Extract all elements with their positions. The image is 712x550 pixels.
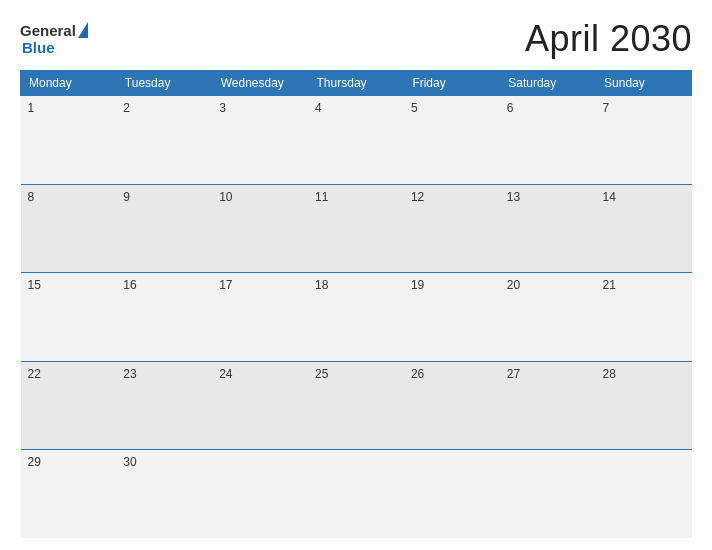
day-number: 18 xyxy=(315,278,328,292)
day-cell: 15 xyxy=(21,273,117,362)
day-number: 16 xyxy=(123,278,136,292)
day-cell: 23 xyxy=(116,361,212,450)
day-number: 6 xyxy=(507,101,514,115)
day-cell: 7 xyxy=(596,96,692,185)
header: General Blue April 2030 xyxy=(20,18,692,60)
day-cell: 8 xyxy=(21,184,117,273)
logo: General Blue xyxy=(20,22,88,56)
day-cell: 26 xyxy=(404,361,500,450)
day-number: 5 xyxy=(411,101,418,115)
day-number: 7 xyxy=(603,101,610,115)
day-cell: 30 xyxy=(116,450,212,539)
day-cell: 29 xyxy=(21,450,117,539)
day-number: 27 xyxy=(507,367,520,381)
day-cell: 4 xyxy=(308,96,404,185)
day-number: 26 xyxy=(411,367,424,381)
calendar-table: Monday Tuesday Wednesday Thursday Friday… xyxy=(20,70,692,538)
calendar-title: April 2030 xyxy=(525,18,692,60)
day-cell xyxy=(404,450,500,539)
day-cell: 20 xyxy=(500,273,596,362)
day-cell: 5 xyxy=(404,96,500,185)
day-cell: 28 xyxy=(596,361,692,450)
day-cell: 6 xyxy=(500,96,596,185)
header-monday: Monday xyxy=(21,71,117,96)
day-cell: 16 xyxy=(116,273,212,362)
day-cell: 25 xyxy=(308,361,404,450)
day-cell: 27 xyxy=(500,361,596,450)
logo-general-text: General xyxy=(20,22,76,39)
day-number: 20 xyxy=(507,278,520,292)
day-number: 17 xyxy=(219,278,232,292)
week-row-3: 15161718192021 xyxy=(21,273,692,362)
day-number: 9 xyxy=(123,190,130,204)
day-number: 29 xyxy=(28,455,41,469)
day-number: 30 xyxy=(123,455,136,469)
day-number: 19 xyxy=(411,278,424,292)
header-saturday: Saturday xyxy=(500,71,596,96)
day-cell: 19 xyxy=(404,273,500,362)
week-row-4: 22232425262728 xyxy=(21,361,692,450)
day-number: 14 xyxy=(603,190,616,204)
day-cell: 3 xyxy=(212,96,308,185)
day-number: 8 xyxy=(28,190,35,204)
day-cell: 11 xyxy=(308,184,404,273)
day-cell: 17 xyxy=(212,273,308,362)
day-cell: 1 xyxy=(21,96,117,185)
day-cell xyxy=(212,450,308,539)
day-number: 24 xyxy=(219,367,232,381)
day-cell: 13 xyxy=(500,184,596,273)
day-number: 21 xyxy=(603,278,616,292)
header-wednesday: Wednesday xyxy=(212,71,308,96)
day-cell xyxy=(308,450,404,539)
day-cell xyxy=(596,450,692,539)
logo-blue-text: Blue xyxy=(22,39,55,56)
header-friday: Friday xyxy=(404,71,500,96)
day-cell: 21 xyxy=(596,273,692,362)
day-cell: 12 xyxy=(404,184,500,273)
week-row-1: 1234567 xyxy=(21,96,692,185)
day-cell xyxy=(500,450,596,539)
logo-triangle-icon xyxy=(78,22,88,38)
header-thursday: Thursday xyxy=(308,71,404,96)
header-sunday: Sunday xyxy=(596,71,692,96)
day-number: 3 xyxy=(219,101,226,115)
day-number: 11 xyxy=(315,190,328,204)
calendar-page: General Blue April 2030 Monday Tuesday W… xyxy=(0,0,712,550)
day-cell: 18 xyxy=(308,273,404,362)
day-cell: 22 xyxy=(21,361,117,450)
day-cell: 14 xyxy=(596,184,692,273)
week-row-5: 2930 xyxy=(21,450,692,539)
day-cell: 2 xyxy=(116,96,212,185)
day-cell: 24 xyxy=(212,361,308,450)
day-number: 1 xyxy=(28,101,35,115)
days-header-row: Monday Tuesday Wednesday Thursday Friday… xyxy=(21,71,692,96)
week-row-2: 891011121314 xyxy=(21,184,692,273)
day-number: 23 xyxy=(123,367,136,381)
day-number: 15 xyxy=(28,278,41,292)
day-number: 22 xyxy=(28,367,41,381)
day-cell: 10 xyxy=(212,184,308,273)
day-number: 12 xyxy=(411,190,424,204)
header-tuesday: Tuesday xyxy=(116,71,212,96)
day-number: 13 xyxy=(507,190,520,204)
day-number: 2 xyxy=(123,101,130,115)
day-number: 28 xyxy=(603,367,616,381)
day-cell: 9 xyxy=(116,184,212,273)
day-number: 10 xyxy=(219,190,232,204)
day-number: 25 xyxy=(315,367,328,381)
day-number: 4 xyxy=(315,101,322,115)
